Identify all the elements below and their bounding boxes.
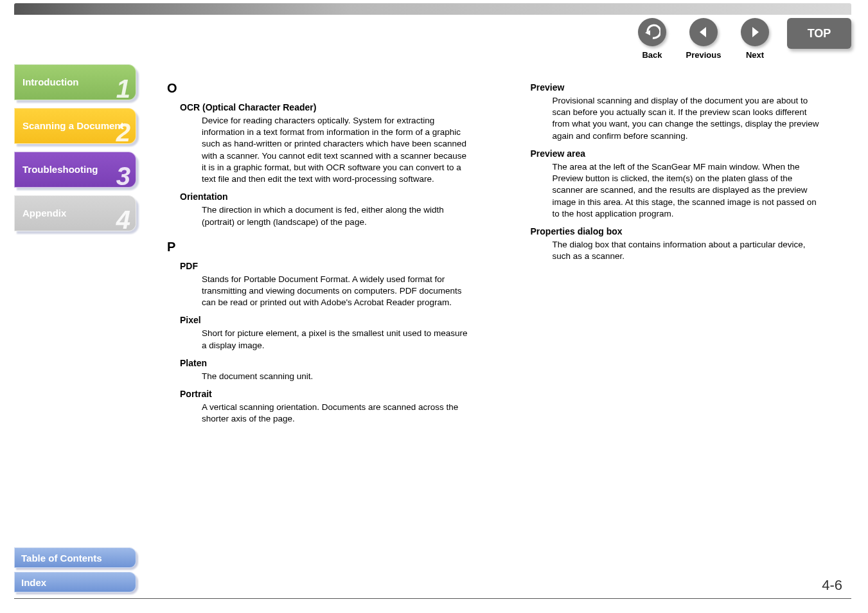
- next-icon: [741, 18, 769, 46]
- definition: Provisional scanning and display of the …: [553, 95, 822, 142]
- sidebar-tab-label: Introduction: [22, 76, 78, 87]
- definition: Device for reading characters optically.…: [202, 115, 472, 185]
- term: Platen: [180, 358, 479, 368]
- previous-button[interactable]: Previous: [678, 18, 729, 60]
- sidebar-tab-number: 3: [116, 161, 130, 191]
- page-root: Back Previous Next TOP Intr: [0, 0, 868, 613]
- sidebar-tab-introduction[interactable]: Introduction 1: [14, 64, 136, 100]
- sidebar-tab-appendix[interactable]: Appendix 4: [14, 195, 136, 231]
- definition: The document scanning unit.: [202, 371, 472, 382]
- term: OCR (Optical Character Reader): [180, 102, 479, 112]
- definition: A vertical scanning orientation. Documen…: [202, 402, 472, 425]
- top-label: TOP: [808, 27, 831, 40]
- back-icon: [638, 18, 666, 46]
- section-letter: P: [167, 240, 479, 254]
- svg-marker-2: [752, 27, 759, 37]
- sidebar-tab-number: 1: [116, 74, 130, 103]
- right-column: Preview Provisional scanning and display…: [531, 76, 843, 574]
- content-area: O OCR (Optical Character Reader) Device …: [167, 76, 842, 574]
- topbar: Back Previous Next TOP: [14, 0, 851, 58]
- index-button[interactable]: Index: [14, 572, 136, 592]
- bottom-rule: [14, 598, 851, 599]
- sidebar-tab-scanning[interactable]: Scanning a Document 2: [14, 108, 136, 144]
- definition: Short for picture element, a pixel is th…: [202, 328, 472, 351]
- back-button[interactable]: Back: [626, 18, 678, 60]
- toc-label: Table of Contents: [21, 553, 102, 564]
- section-letter: O: [167, 81, 479, 96]
- term: PDF: [180, 261, 479, 271]
- previous-icon: [689, 18, 718, 46]
- term: Pixel: [180, 315, 479, 325]
- sidebar-tab-label: Appendix: [22, 208, 66, 218]
- term: Properties dialog box: [531, 226, 843, 236]
- definition: The area at the left of the ScanGear MF …: [553, 161, 822, 220]
- page-number: 4-6: [822, 577, 842, 594]
- toc-button[interactable]: Table of Contents: [14, 547, 136, 568]
- sidebar-tab-number: 2: [116, 118, 130, 147]
- nav-cluster: Back Previous Next TOP: [626, 18, 851, 60]
- left-column: O OCR (Optical Character Reader) Device …: [167, 76, 479, 574]
- definition: The dialog box that contains information…: [553, 239, 822, 262]
- term: Orientation: [180, 191, 479, 202]
- sidebar-tab-number: 4: [116, 205, 130, 235]
- next-label: Next: [729, 50, 781, 60]
- definition: Stands for Portable Document Format. A w…: [202, 274, 472, 309]
- sidebar-tab-troubleshooting[interactable]: Troubleshooting 3: [14, 152, 136, 188]
- topbar-gradient: [14, 3, 851, 15]
- sidebar: Introduction 1 Scanning a Document 2 Tro…: [14, 64, 136, 239]
- next-button[interactable]: Next: [729, 18, 781, 60]
- top-button[interactable]: TOP: [787, 18, 851, 49]
- definition: The direction in which a document is fed…: [202, 204, 472, 227]
- previous-label: Previous: [678, 50, 729, 60]
- sidebar-tab-label: Troubleshooting: [22, 164, 98, 175]
- index-label: Index: [21, 577, 46, 588]
- term: Preview: [531, 82, 843, 93]
- back-label: Back: [626, 50, 678, 60]
- term: Portrait: [180, 389, 479, 399]
- term: Preview area: [531, 148, 843, 159]
- bottom-links: Table of Contents Index: [14, 544, 136, 592]
- sidebar-tab-label: Scanning a Document: [22, 120, 124, 131]
- svg-marker-1: [700, 27, 706, 37]
